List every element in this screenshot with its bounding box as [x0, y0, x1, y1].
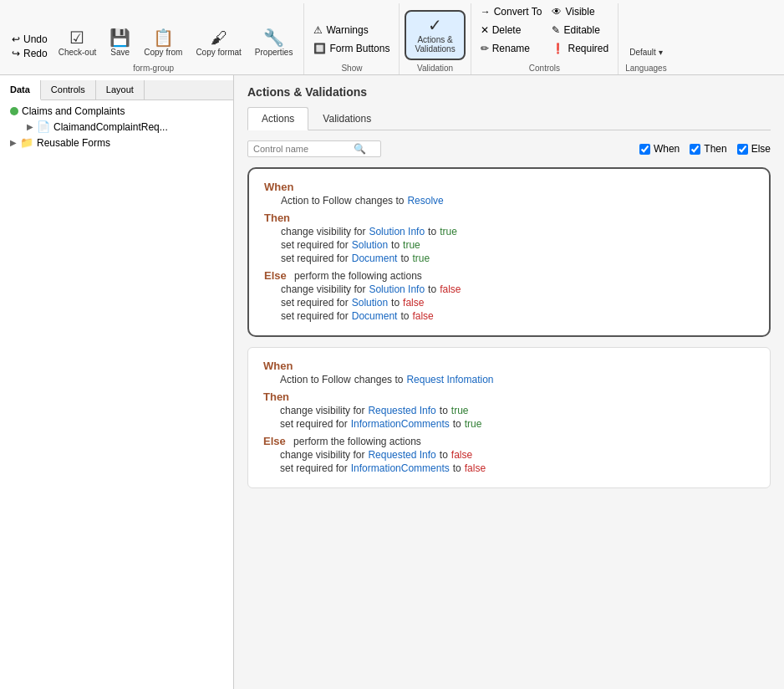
save-icon: 💾: [109, 29, 130, 46]
action-block-2: When Action to Follow changes to Request…: [247, 347, 771, 488]
else-line-2-1: change visibility for Requested Info to …: [280, 449, 755, 461]
else-label-1: Else: [264, 269, 287, 282]
copyfrom-icon: 📋: [153, 29, 174, 46]
checkout-label: Check-out: [59, 48, 97, 57]
editable-icon: ✎: [552, 24, 560, 36]
undo-icon: ↩: [12, 33, 20, 45]
tab-controls[interactable]: Controls: [41, 80, 96, 100]
action-block-1: When Action to Follow changes to Resolve…: [247, 167, 771, 337]
when-section-1: When Action to Follow changes to Resolve: [264, 181, 754, 207]
then-label-2: Then: [263, 390, 289, 403]
content-area: Actions & Validations Actions Validation…: [234, 75, 784, 689]
formbuttons-icon: 🔲: [313, 43, 326, 54]
tab-actions[interactable]: Actions: [247, 107, 308, 130]
else-label-2: Else: [263, 435, 286, 447]
search-input[interactable]: [253, 144, 354, 154]
properties-label: Properties: [255, 48, 293, 57]
actionsvalidations-button[interactable]: ✓ Actions &Validations: [405, 10, 465, 60]
then-label-1: Then: [264, 212, 290, 224]
redo-label: Redo: [23, 48, 48, 59]
default-label: Default ▾: [629, 48, 662, 57]
checkbox-when[interactable]: When: [639, 143, 680, 155]
sidebar-item-claims[interactable]: Claims and Complaints: [3, 104, 230, 119]
when-section-2: When Action to Follow changes to Request…: [263, 360, 755, 385]
rename-icon: ✏: [481, 43, 489, 54]
then-section-1: Then change visibility for Solution Info…: [264, 212, 754, 264]
convertto-button[interactable]: → Convert To: [476, 3, 547, 20]
actionsvalidations-label: Actions &Validations: [415, 35, 455, 54]
when-label-2: When: [263, 360, 293, 372]
when-label-1: When: [264, 181, 293, 193]
required-label: Required: [568, 43, 608, 54]
convertto-label: Convert To: [494, 6, 542, 18]
required-icon: ❗: [552, 43, 564, 54]
visible-button[interactable]: 👁 Visible: [547, 3, 613, 20]
required-button[interactable]: ❗ Required: [547, 40, 613, 57]
undo-redo-group: ↩ Undo ↪ Redo: [8, 33, 51, 60]
search-icon: 🔍: [354, 143, 366, 155]
sidebar-item-reusable[interactable]: ▶ 📁 Reusable Forms: [3, 135, 230, 151]
sidebar-tree: Claims and Complaints ▶ 📄 ClaimandCompla…: [0, 100, 233, 154]
copyformat-label: Copy format: [196, 48, 241, 57]
file-icon: 📄: [37, 120, 50, 133]
properties-button[interactable]: 🔧 Properties: [249, 26, 299, 60]
delete-icon: ✕: [481, 24, 489, 36]
checkout-button[interactable]: ☑ Check-out: [53, 26, 103, 60]
undo-label: Undo: [23, 33, 48, 45]
then-line-2-2: set required for InformationComments to …: [280, 418, 755, 430]
editable-label: Editable: [563, 24, 599, 36]
else-line-1-2: set required for Solution to false: [281, 297, 754, 309]
delete-button[interactable]: ✕ Delete: [476, 22, 547, 38]
editable-button[interactable]: ✎ Editable: [547, 22, 613, 38]
else-line-1-3: set required for Document to false: [281, 310, 754, 322]
copyfrom-button[interactable]: 📋 Copy from: [138, 26, 188, 60]
rename-label: Rename: [492, 43, 530, 54]
languages-group-label: Languages: [624, 64, 668, 74]
warnings-label: Warnings: [326, 24, 368, 36]
ribbon-group-validation: ✓ Actions &Validations Validation: [400, 3, 471, 74]
when-text-2: Action to Follow changes to Request Info…: [280, 374, 755, 385]
else-section-2: Else perform the following actions chang…: [263, 435, 755, 474]
checkboxes: When Then Else: [639, 143, 771, 155]
copyformat-button[interactable]: 🖌 Copy format: [190, 26, 247, 60]
visible-icon: 👁: [552, 6, 562, 18]
rename-button[interactable]: ✏ Rename: [476, 40, 547, 57]
expand-icon: ▶: [27, 122, 33, 131]
formbuttons-label: Form Buttons: [329, 43, 389, 54]
expand-icon2: ▶: [10, 138, 17, 147]
content-tabs: Actions Validations: [247, 107, 771, 130]
default-language-button[interactable]: Default ▾: [624, 43, 668, 60]
convertto-icon: →: [481, 6, 491, 18]
search-box[interactable]: 🔍: [247, 140, 381, 157]
sidebar: Data Controls Layout Claims and Complain…: [0, 75, 234, 689]
ribbon-group-show: ⚠ Warnings 🔲 Form Buttons Show: [304, 3, 400, 74]
sidebar-item-claimcomplaint[interactable]: ▶ 📄 ClaimandComplaintReq...: [3, 119, 230, 135]
checkbox-then[interactable]: Then: [690, 143, 726, 155]
then-line-2-1: change visibility for Requested Info to …: [280, 405, 755, 416]
tab-layout[interactable]: Layout: [96, 80, 145, 100]
save-label: Save: [110, 48, 130, 57]
when-text-1: Action to Follow changes to Resolve: [281, 195, 754, 207]
validation-group-label: Validation: [405, 64, 465, 74]
undo-button[interactable]: ↩ Undo: [8, 33, 51, 46]
claimcomplaint-label: ClaimandComplaintReq...: [53, 121, 168, 133]
else-line-1-1: change visibility for Solution Info to f…: [281, 283, 754, 295]
claims-label: Claims and Complaints: [22, 105, 125, 117]
redo-button[interactable]: ↪ Redo: [8, 47, 51, 60]
then-section-2: Then change visibility for Requested Inf…: [263, 390, 755, 430]
show-group-label: Show: [309, 64, 394, 74]
page-title: Actions & Validations: [247, 85, 771, 99]
save-button[interactable]: 💾 Save: [104, 26, 136, 60]
ribbon: ↩ Undo ↪ Redo ☑ Check-out 💾 Save 📋 Copy …: [0, 0, 784, 75]
properties-icon: 🔧: [263, 29, 284, 46]
then-line-1-2: set required for Solution to true: [281, 239, 754, 251]
copyfrom-label: Copy from: [144, 48, 182, 57]
warnings-button[interactable]: ⚠ Warnings: [309, 22, 394, 38]
main-area: Data Controls Layout Claims and Complain…: [0, 75, 784, 689]
formbuttons-button[interactable]: 🔲 Form Buttons: [309, 40, 394, 57]
form-group-label: form-group: [8, 64, 298, 74]
tab-validations[interactable]: Validations: [308, 107, 385, 130]
checkbox-else[interactable]: Else: [737, 143, 771, 155]
tab-data[interactable]: Data: [0, 80, 41, 100]
ribbon-group-form: ↩ Undo ↪ Redo ☑ Check-out 💾 Save 📋 Copy …: [3, 3, 304, 74]
